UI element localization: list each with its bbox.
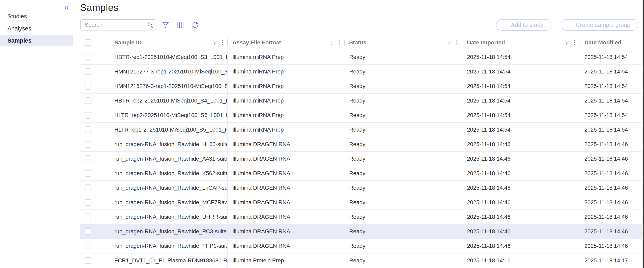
cell-assay-file-format: Illumina DRAGEN RNA bbox=[228, 195, 344, 209]
row-checkbox[interactable] bbox=[84, 170, 92, 177]
row-checkbox[interactable] bbox=[84, 199, 92, 206]
cell-sample-id: HLTR-rep1-20251010-MiSeqi100_S5_L001_R1.… bbox=[110, 123, 228, 137]
row-checkbox[interactable] bbox=[84, 54, 92, 61]
table-row[interactable]: HMN1215276-3-rep1-20251010-MiSeqi100_S..… bbox=[80, 79, 642, 94]
cell-status: Ready bbox=[344, 195, 462, 209]
table-row[interactable]: HBTR-rep1-20251010-MiSeqi100_S3_L001_R1.… bbox=[80, 50, 642, 65]
row-checkbox-cell bbox=[80, 65, 110, 79]
header-date-modified[interactable]: Date Modified bbox=[580, 36, 642, 50]
header-sample-id[interactable]: Sample ID bbox=[110, 36, 228, 50]
row-checkbox[interactable] bbox=[84, 112, 92, 119]
table-row[interactable]: run_dragen-RNA_fusion_Rawhide_PC3-suite1… bbox=[80, 224, 642, 239]
cell-date-imported: 2025-11-18 14:54 bbox=[462, 108, 580, 122]
cell-date-imported: 2025-11-18 14:54 bbox=[462, 50, 580, 64]
cell-sample-id: HBTR-rep2-20251010-MiSeqi100_S4_L001_R..… bbox=[110, 94, 228, 108]
row-checkbox[interactable] bbox=[84, 68, 92, 75]
row-checkbox-cell bbox=[80, 108, 110, 122]
vertical-scrollbar[interactable] bbox=[642, 0, 644, 268]
add-to-study-button[interactable]: + Add to study bbox=[496, 19, 551, 31]
cell-status: Ready bbox=[344, 152, 462, 166]
header-label: Sample ID bbox=[114, 39, 142, 46]
cell-sample-id: run_dragen-RNA_fusion_Rawhide_A431-suite… bbox=[110, 152, 228, 166]
header-label: Date Imported bbox=[467, 39, 505, 46]
cell-date-modified: 2025-11-18 14:46 bbox=[580, 210, 642, 224]
cell-date-modified: 2025-11-18 14:17 bbox=[580, 253, 642, 267]
sidebar-item-label: Analyses bbox=[8, 25, 31, 32]
create-sample-group-button[interactable]: + Create sample group bbox=[561, 19, 638, 31]
cell-date-modified: 2025-11-18 14:46 bbox=[580, 166, 642, 180]
cell-date-imported: 2025-11-18 14:46 bbox=[462, 181, 580, 195]
cell-assay-file-format: Illumina DRAGEN RNA bbox=[228, 152, 344, 166]
row-checkbox-cell bbox=[80, 152, 110, 166]
cell-sample-id: HMN1215277-3-rep1-20251010-MiSeqi100_S..… bbox=[110, 65, 228, 79]
table-row[interactable]: run_dragen-RNA_fusion_Rawhide_HL60-suite… bbox=[80, 137, 642, 152]
header-assay-file-format[interactable]: Assay File Format bbox=[228, 36, 344, 50]
cell-date-imported: 2025-11-18 14:16 bbox=[462, 253, 580, 267]
search-input[interactable] bbox=[80, 19, 156, 31]
table-header-row: Sample ID Assay File Format Status Date … bbox=[80, 36, 642, 50]
column-menu-icon[interactable] bbox=[221, 40, 224, 46]
column-menu-icon[interactable] bbox=[456, 40, 458, 46]
column-filter-icon[interactable] bbox=[564, 40, 570, 45]
cell-status: Ready bbox=[344, 50, 462, 64]
column-filter-icon[interactable] bbox=[329, 40, 334, 45]
cell-date-imported: 2025-11-18 14:46 bbox=[462, 224, 580, 238]
cell-date-imported: 2025-11-18 14:54 bbox=[462, 65, 580, 79]
cell-sample-id: HMN1215276-3-rep1-20251010-MiSeqi100_S..… bbox=[110, 79, 228, 93]
header-date-imported[interactable]: Date Imported bbox=[462, 36, 580, 50]
column-menu-icon[interactable] bbox=[573, 40, 576, 46]
row-checkbox[interactable] bbox=[84, 126, 92, 133]
cell-sample-id: run_dragen-RNA_fusion_Rawhide_HL60-suite… bbox=[110, 137, 228, 151]
column-filter-icon[interactable] bbox=[447, 40, 452, 45]
cell-sample-id: run_dragen-RNA_fusion_Rawhide_THP1-suite… bbox=[110, 239, 228, 253]
table-row[interactable]: HLTR-rep1-20251010-MiSeqi100_S5_L001_R1.… bbox=[80, 123, 642, 137]
row-checkbox-cell bbox=[80, 79, 110, 93]
cell-status: Ready bbox=[344, 210, 462, 224]
sidebar-item-samples[interactable]: Samples bbox=[0, 35, 73, 46]
row-checkbox-cell bbox=[80, 253, 110, 267]
cell-assay-file-format: Illumina DRAGEN RNA bbox=[228, 239, 344, 253]
header-status[interactable]: Status bbox=[344, 36, 462, 50]
cell-date-imported: 2025-11-18 14:54 bbox=[462, 94, 580, 108]
row-checkbox[interactable] bbox=[84, 213, 92, 220]
cell-assay-file-format: Illumina miRNA Prep bbox=[228, 94, 344, 108]
table-row[interactable]: HLTR_rep2-20251010-MiSeqi100_S6_L001_R1.… bbox=[80, 108, 642, 123]
cell-date-imported: 2025-11-18 14:46 bbox=[462, 152, 580, 166]
table-row[interactable]: run_dragen-RNA_fusion_Rawhide_UHRR-suit.… bbox=[80, 210, 642, 224]
sidebar-item-studies[interactable]: Studies bbox=[0, 11, 73, 22]
table-row[interactable]: HBTR-rep2-20251010-MiSeqi100_S4_L001_R..… bbox=[80, 94, 642, 108]
row-checkbox[interactable] bbox=[84, 155, 92, 162]
cell-assay-file-format: Illumina DRAGEN RNA bbox=[228, 224, 344, 238]
column-filter-icon[interactable] bbox=[212, 40, 218, 45]
row-checkbox[interactable] bbox=[84, 83, 92, 90]
row-checkbox[interactable] bbox=[84, 97, 92, 104]
cell-date-imported: 2025-11-18 14:54 bbox=[462, 123, 580, 137]
columns-button[interactable] bbox=[176, 20, 185, 29]
sidebar-item-analyses[interactable]: Analyses bbox=[0, 23, 73, 34]
refresh-button[interactable] bbox=[191, 20, 200, 29]
sidebar-collapse-icon[interactable]: « bbox=[64, 3, 69, 11]
row-checkbox[interactable] bbox=[84, 257, 92, 264]
row-checkbox[interactable] bbox=[84, 228, 92, 235]
table-row[interactable]: run_dragen-RNA_fusion_Rawhide_K562-suite… bbox=[80, 166, 642, 181]
cell-sample-id: HBTR-rep1-20251010-MiSeqi100_S3_L001_R1.… bbox=[110, 50, 228, 64]
row-checkbox-cell bbox=[80, 210, 110, 224]
table-row[interactable]: HMN1215277-3-rep1-20251010-MiSeqi100_S..… bbox=[80, 65, 642, 79]
row-checkbox-cell bbox=[80, 123, 110, 137]
cell-sample-id: run_dragen-RNA_fusion_Rawhide_LnCAP-suit… bbox=[110, 181, 228, 195]
table-row[interactable]: run_dragen-RNA_fusion_Rawhide_A431-suite… bbox=[80, 152, 642, 166]
search-icon bbox=[147, 22, 154, 28]
row-checkbox[interactable] bbox=[84, 141, 92, 148]
row-checkbox[interactable] bbox=[84, 184, 92, 191]
table-row[interactable]: FCR1_DVT1_01_PL-Plasma-RDN9188680-Rep1 I… bbox=[80, 253, 642, 268]
select-all-checkbox[interactable] bbox=[84, 39, 92, 46]
table-row[interactable]: run_dragen-RNA_fusion_Rawhide_LnCAP-suit… bbox=[80, 181, 642, 195]
row-checkbox[interactable] bbox=[84, 242, 92, 249]
filter-button[interactable] bbox=[161, 20, 170, 29]
table-row[interactable]: run_dragen-RNA_fusion_Rawhide_MCF7Rawh..… bbox=[80, 195, 642, 210]
cell-assay-file-format: Illumina DRAGEN RNA bbox=[228, 137, 344, 151]
row-checkbox-cell bbox=[80, 50, 110, 64]
cell-assay-file-format: Illumina miRNA Prep bbox=[228, 123, 344, 137]
table-row[interactable]: run_dragen-RNA_fusion_Rawhide_THP1-suite… bbox=[80, 239, 642, 253]
column-menu-icon[interactable] bbox=[338, 40, 340, 46]
